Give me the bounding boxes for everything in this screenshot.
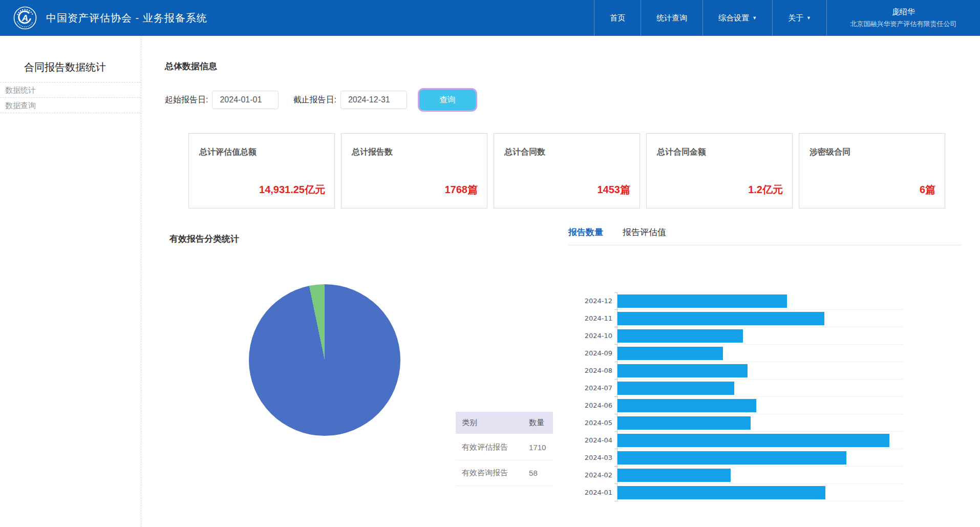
bar-plot — [617, 292, 904, 501]
y-axis-label: 2024-08 — [568, 362, 617, 380]
y-axis-label: 2024-05 — [568, 414, 617, 432]
nav-item-0[interactable]: 首页 — [594, 0, 641, 36]
bar-row — [617, 362, 904, 380]
bar-y-labels: 2024-122024-112024-102024-092024-082024-… — [568, 292, 617, 501]
stat-card-4: 涉密级合同6篇 — [799, 133, 945, 208]
nav-menu: 首页统计查询综合设置▼关于▼ — [594, 0, 826, 36]
bar-row — [617, 327, 904, 345]
sidebar-nav: 数据统计数据查询 — [0, 82, 141, 113]
table-cell: 有效咨询报告 — [456, 460, 526, 486]
user-name: 庞绍华 — [892, 7, 915, 17]
pie-section-title: 有效报告分类统计 — [169, 233, 239, 245]
nav-item-label: 综合设置 — [718, 13, 749, 23]
y-axis-label: 2024-02 — [568, 467, 617, 484]
sidebar: 合同报告数据统计 数据统计数据查询 — [0, 36, 141, 527]
chart-tabs: 报告数量报告评估值 — [568, 226, 962, 245]
sidebar-item-1[interactable]: 数据查询 — [0, 98, 141, 113]
bar-row — [617, 449, 904, 467]
y-axis-label: 2024-03 — [568, 449, 617, 467]
nav-item-label: 统计查询 — [656, 13, 687, 23]
date-filter-row: 起始报告日: 截止报告日: 查询 — [165, 90, 476, 110]
bar[interactable] — [617, 434, 889, 447]
category-table: 类别 数量 有效评估报告1710有效咨询报告58 — [456, 412, 553, 486]
table-cell: 58 — [526, 460, 553, 486]
bar[interactable] — [617, 382, 734, 395]
y-axis-label: 2024-10 — [568, 327, 617, 345]
stat-card-3: 总计合同金额1.2亿元 — [646, 133, 793, 208]
y-axis-label: 2024-01 — [568, 484, 617, 501]
nav-item-2[interactable]: 综合设置▼ — [702, 0, 772, 36]
start-date-input[interactable] — [212, 91, 279, 109]
table-row: 有效咨询报告58 — [456, 460, 553, 486]
overview-section-title: 总体数据信息 — [165, 60, 217, 72]
bar-row — [617, 414, 904, 432]
bar-row — [617, 397, 904, 414]
end-date-label: 截止报告日: — [293, 95, 336, 106]
bar[interactable] — [617, 364, 748, 377]
end-date-input[interactable] — [340, 91, 407, 109]
user-company: 北京国融兴华资产评估有限责任公司 — [850, 19, 957, 29]
table-cell: 1710 — [526, 434, 553, 460]
tab-1[interactable]: 报告评估值 — [623, 226, 666, 238]
nav-item-label: 首页 — [610, 13, 625, 23]
stat-card-value: 14,931.25亿元 — [259, 183, 325, 197]
bar[interactable] — [617, 416, 751, 430]
bar-row — [617, 484, 904, 501]
table-row: 有效评估报告1710 — [456, 434, 553, 460]
stat-card-2: 总计合同数1453篇 — [494, 133, 640, 208]
y-axis-label: 2024-09 — [568, 345, 617, 362]
bar-chart-panel: 报告数量报告评估值 2024-122024-112024-102024-0920… — [568, 226, 962, 501]
y-axis-label: 2024-07 — [568, 380, 617, 397]
bar-row — [617, 380, 904, 397]
bar[interactable] — [617, 312, 824, 325]
stat-cards-row: 总计评估值总额14,931.25亿元总计报告数1768篇总计合同数1453篇总计… — [188, 133, 945, 208]
chevron-down-icon: ▼ — [752, 16, 757, 20]
stat-card-title: 总计报告数 — [352, 147, 393, 158]
stat-card-0: 总计评估值总额14,931.25亿元 — [188, 133, 335, 208]
y-axis-label: 2024-04 — [568, 432, 617, 449]
bar-row — [617, 292, 904, 310]
stat-card-value: 1.2亿元 — [748, 183, 783, 197]
query-button[interactable]: 查询 — [419, 90, 476, 110]
table-cell: 有效评估报告 — [456, 434, 526, 460]
y-axis-label: 2024-06 — [568, 397, 617, 414]
stat-card-title: 总计合同金额 — [657, 147, 706, 158]
bar[interactable] — [617, 347, 723, 360]
stat-card-title: 涉密级合同 — [809, 147, 850, 158]
stat-card-title: 总计评估值总额 — [199, 147, 257, 158]
nav-item-3[interactable]: 关于▼ — [772, 0, 826, 36]
nav-item-label: 关于 — [788, 13, 803, 23]
category-table-header-row: 类别 数量 — [456, 412, 553, 434]
chevron-down-icon: ▼ — [806, 16, 811, 20]
bar[interactable] — [617, 486, 825, 499]
stat-card-1: 总计报告数1768篇 — [341, 133, 487, 208]
stat-card-value: 6篇 — [920, 183, 935, 197]
bar-chart: 2024-122024-112024-102024-092024-082024-… — [568, 292, 962, 501]
count-column-header: 数量 — [526, 412, 553, 434]
user-block[interactable]: 庞绍华 北京国融兴华资产评估有限责任公司 — [826, 0, 980, 36]
sidebar-title: 合同报告数据统计 — [24, 60, 141, 82]
bar[interactable] — [617, 451, 846, 465]
y-axis-label: 2024-11 — [568, 310, 617, 327]
start-date-label: 起始报告日: — [165, 95, 208, 106]
bar-row — [617, 345, 904, 362]
nav-item-1[interactable]: 统计查询 — [641, 0, 702, 36]
bar[interactable] — [617, 469, 731, 482]
bar-row — [617, 467, 904, 484]
stat-card-value: 1768篇 — [445, 183, 478, 197]
tab-0[interactable]: 报告数量 — [568, 226, 603, 238]
sidebar-item-0[interactable]: 数据统计 — [0, 82, 141, 98]
svg-text:A: A — [22, 13, 28, 23]
top-navbar: A 中国资产评估协会 - 业务报备系统 首页统计查询综合设置▼关于▼ 庞绍华 北… — [0, 0, 980, 36]
app-title: 中国资产评估协会 - 业务报备系统 — [46, 11, 207, 25]
stat-card-title: 总计合同数 — [504, 147, 545, 158]
stat-card-value: 1453篇 — [598, 183, 631, 197]
bar[interactable] — [617, 294, 787, 308]
association-logo-icon: A — [13, 6, 37, 30]
bar-row — [617, 432, 904, 449]
bar-row — [617, 310, 904, 327]
bar[interactable] — [617, 329, 743, 343]
pie-chart[interactable] — [249, 284, 400, 436]
bar[interactable] — [617, 399, 756, 412]
category-column-header: 类别 — [456, 412, 526, 434]
